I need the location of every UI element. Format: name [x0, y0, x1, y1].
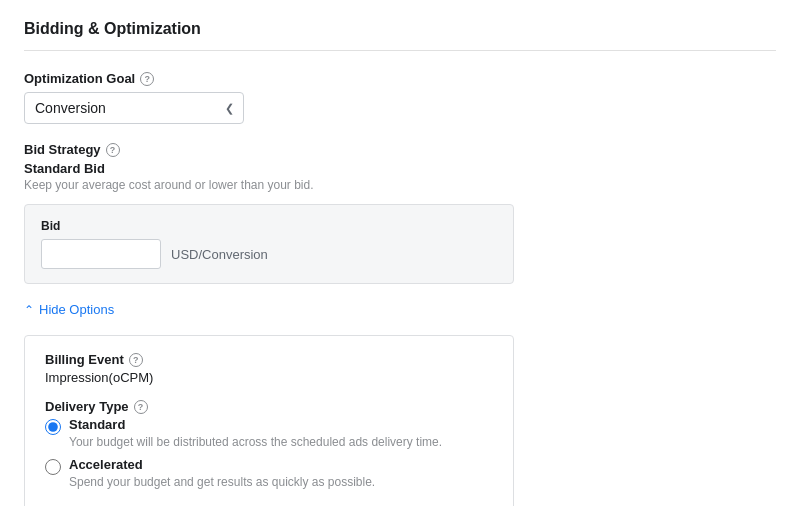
- billing-event-value: Impression(oCPM): [45, 370, 493, 385]
- delivery-type-help-icon[interactable]: ?: [134, 400, 148, 414]
- optimization-goal-select-wrapper: Conversion Link Clicks Impressions Reach…: [24, 92, 244, 124]
- optimization-goal-select[interactable]: Conversion Link Clicks Impressions Reach: [24, 92, 244, 124]
- billing-event-help-icon[interactable]: ?: [129, 353, 143, 367]
- delivery-accelerated-label: Accelerated: [69, 457, 493, 472]
- delivery-standard-content: Standard Your budget will be distributed…: [69, 417, 493, 449]
- page-title: Bidding & Optimization: [24, 20, 776, 51]
- bid-strategy-label: Bid Strategy ?: [24, 142, 776, 157]
- optimization-goal-group: Optimization Goal ? Conversion Link Clic…: [24, 71, 776, 124]
- bid-unit: USD/Conversion: [171, 247, 268, 262]
- delivery-type-field: Delivery Type ? Standard Your budget wil…: [45, 399, 493, 489]
- delivery-accelerated-radio[interactable]: [45, 459, 61, 475]
- delivery-standard-desc: Your budget will be distributed across t…: [69, 435, 442, 449]
- page-container: Bidding & Optimization Optimization Goal…: [0, 0, 800, 506]
- chevron-up-icon: ⌃: [24, 303, 34, 317]
- delivery-type-label: Delivery Type ?: [45, 399, 493, 414]
- bid-strategy-group: Bid Strategy ? Standard Bid Keep your av…: [24, 142, 776, 284]
- billing-event-label: Billing Event ?: [45, 352, 493, 367]
- standard-bid-title: Standard Bid: [24, 161, 776, 176]
- optimization-goal-label: Optimization Goal ?: [24, 71, 776, 86]
- bid-input-row: USD/Conversion: [41, 239, 497, 269]
- bid-input[interactable]: [41, 239, 161, 269]
- hide-options-button[interactable]: ⌃ Hide Options: [24, 302, 776, 317]
- standard-bid-desc: Keep your average cost around or lower t…: [24, 178, 776, 192]
- delivery-standard-label: Standard: [69, 417, 493, 432]
- delivery-standard-radio[interactable]: [45, 419, 61, 435]
- delivery-accelerated-content: Accelerated Spend your budget and get re…: [69, 457, 493, 489]
- billing-event-field: Billing Event ? Impression(oCPM): [45, 352, 493, 385]
- delivery-accelerated-desc: Spend your budget and get results as qui…: [69, 475, 375, 489]
- bid-strategy-help-icon[interactable]: ?: [106, 143, 120, 157]
- delivery-accelerated-option: Accelerated Spend your budget and get re…: [45, 457, 493, 489]
- delivery-standard-option: Standard Your budget will be distributed…: [45, 417, 493, 449]
- bid-box-label: Bid: [41, 219, 497, 233]
- bid-box: Bid USD/Conversion: [24, 204, 514, 284]
- optimization-goal-help-icon[interactable]: ?: [140, 72, 154, 86]
- options-section: Billing Event ? Impression(oCPM) Deliver…: [24, 335, 514, 506]
